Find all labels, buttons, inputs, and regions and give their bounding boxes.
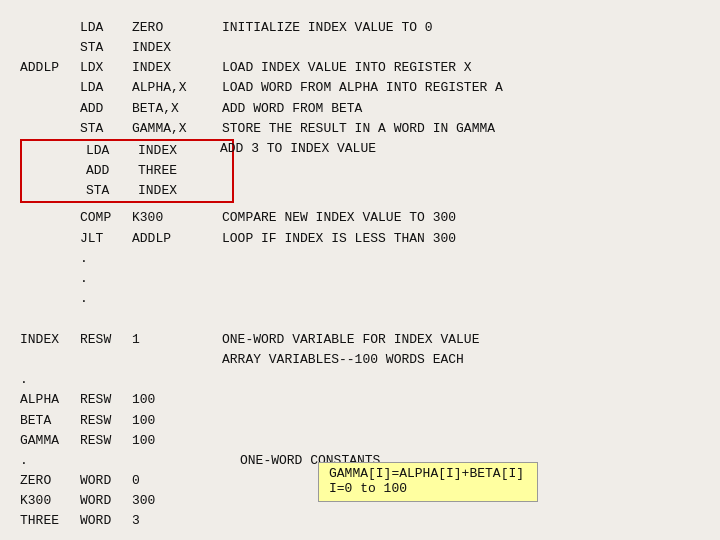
mnemonic: JLT — [80, 229, 132, 249]
mnemonic: LDX — [80, 58, 132, 78]
mnemonic: WORD — [80, 511, 132, 531]
comment — [222, 511, 479, 531]
mnemonic — [80, 350, 132, 370]
code-line-beta: BETA RESW 100 — [20, 411, 479, 431]
comment — [222, 411, 479, 431]
label: ALPHA — [20, 390, 80, 410]
label — [26, 181, 86, 201]
code-block-top: LDA ZERO INITIALIZE INDEX VALUE TO 0 STA… — [20, 18, 503, 309]
comment: ONE-WORD VARIABLE FOR INDEX VALUE — [222, 330, 479, 350]
label: . — [20, 451, 80, 471]
tooltip-line2: I=0 to 100 — [329, 481, 527, 496]
label: . — [20, 370, 80, 390]
label — [20, 229, 80, 249]
code-line-lda-alpha: LDA ALPHA,X LOAD WORD FROM ALPHA INTO RE… — [20, 78, 503, 98]
mnemonic: LDA — [80, 18, 132, 38]
operand: INDEX — [132, 58, 222, 78]
code-line-sta-index: STA INDEX — [20, 38, 503, 58]
mnemonic: RESW — [80, 431, 132, 451]
dots-line3: . — [20, 289, 503, 309]
label — [20, 350, 80, 370]
comment — [222, 38, 503, 58]
operand: INDEX — [138, 181, 228, 201]
operand: ZERO — [132, 18, 222, 38]
dots-line1: . — [20, 249, 503, 269]
code-line-add-beta: ADD BETA,X ADD WORD FROM BETA — [20, 99, 503, 119]
code-line-comp: COMP K300 COMPARE NEW INDEX VALUE TO 300 — [20, 208, 503, 228]
label: INDEX — [20, 330, 80, 350]
label — [26, 161, 86, 181]
tooltip-line1: GAMMA[I]=ALPHA[I]+BETA[I] — [329, 466, 527, 481]
label — [20, 99, 80, 119]
comment: COMPARE NEW INDEX VALUE TO 300 — [222, 208, 503, 228]
mnemonic: STA — [86, 181, 138, 201]
label — [26, 141, 86, 161]
comment: LOAD INDEX VALUE INTO REGISTER X — [222, 58, 503, 78]
code-line-dot: . — [20, 370, 479, 390]
operand: THREE — [138, 161, 228, 181]
comment: ARRAY VARIABLES--100 WORDS EACH — [222, 350, 479, 370]
label: BETA — [20, 411, 80, 431]
operand: 100 — [132, 411, 222, 431]
mnemonic: COMP — [80, 208, 132, 228]
highlight-border: LDA INDEX ADD THREE STA INDEX — [20, 139, 234, 203]
code-line: LDA ZERO INITIALIZE INDEX VALUE TO 0 — [20, 18, 503, 38]
label — [20, 38, 80, 58]
highlight-comment: ADD 3 TO INDEX VALUE — [220, 139, 376, 159]
operand: 0 — [132, 471, 222, 491]
label: K300 — [20, 491, 80, 511]
mnemonic: WORD — [80, 491, 132, 511]
operand: K300 — [132, 208, 222, 228]
operand: ALPHA,X — [132, 78, 222, 98]
comment: LOAD WORD FROM ALPHA INTO REGISTER A — [222, 78, 503, 98]
mnemonic: RESW — [80, 390, 132, 410]
label — [20, 78, 80, 98]
mnemonic: ADD — [80, 99, 132, 119]
label — [20, 208, 80, 228]
operand: 100 — [132, 431, 222, 451]
operand — [132, 350, 222, 370]
comment: LOOP IF INDEX IS LESS THAN 300 — [222, 229, 503, 249]
code-line-addlp: ADDLP LDX INDEX LOAD INDEX VALUE INTO RE… — [20, 58, 503, 78]
mnemonic: LDA — [80, 78, 132, 98]
label — [20, 18, 80, 38]
label: GAMMA — [20, 431, 80, 451]
code-line-sta-index2: STA INDEX — [26, 181, 228, 201]
mnemonic: WORD — [80, 471, 132, 491]
code-line-alpha: ALPHA RESW 100 — [20, 390, 479, 410]
operand: 3 — [132, 511, 222, 531]
mnemonic: ADD — [86, 161, 138, 181]
code-line-gamma: GAMMA RESW 100 — [20, 431, 479, 451]
comment: ADD WORD FROM BETA — [222, 99, 503, 119]
operand: BETA,X — [132, 99, 222, 119]
mnemonic: LDA — [86, 141, 138, 161]
operand: INDEX — [138, 141, 228, 161]
assembly-code-page: LDA ZERO INITIALIZE INDEX VALUE TO 0 STA… — [0, 0, 720, 540]
mnemonic: RESW — [80, 411, 132, 431]
operand: 300 — [132, 491, 222, 511]
label: ZERO — [20, 471, 80, 491]
code-line-add-three: ADD THREE — [26, 161, 228, 181]
operand: ADDLP — [132, 229, 222, 249]
code-line-three: THREE WORD 3 — [20, 511, 479, 531]
tooltip-box: GAMMA[I]=ALPHA[I]+BETA[I] I=0 to 100 — [318, 462, 538, 502]
code-line-jlt: JLT ADDLP LOOP IF INDEX IS LESS THAN 300 — [20, 229, 503, 249]
code-line-lda-index: LDA INDEX — [26, 141, 228, 161]
label — [20, 119, 80, 139]
label: ADDLP — [20, 58, 80, 78]
code-line-index-resw: INDEX RESW 1 ONE-WORD VARIABLE FOR INDEX… — [20, 330, 479, 350]
comment — [222, 431, 479, 451]
comment: STORE THE RESULT IN A WORD IN GAMMA — [222, 119, 503, 139]
mnemonic: RESW — [80, 330, 132, 350]
highlighted-block: LDA INDEX ADD THREE STA INDEX ADD 3 TO I… — [20, 139, 234, 209]
label: THREE — [20, 511, 80, 531]
mnemonic: STA — [80, 119, 132, 139]
operand: 1 — [132, 330, 222, 350]
comment — [222, 390, 479, 410]
dots-line2: . — [20, 269, 503, 289]
mnemonic: STA — [80, 38, 132, 58]
operand: INDEX — [132, 38, 222, 58]
operand: GAMMA,X — [132, 119, 222, 139]
comment: INITIALIZE INDEX VALUE TO 0 — [222, 18, 503, 38]
operand: 100 — [132, 390, 222, 410]
